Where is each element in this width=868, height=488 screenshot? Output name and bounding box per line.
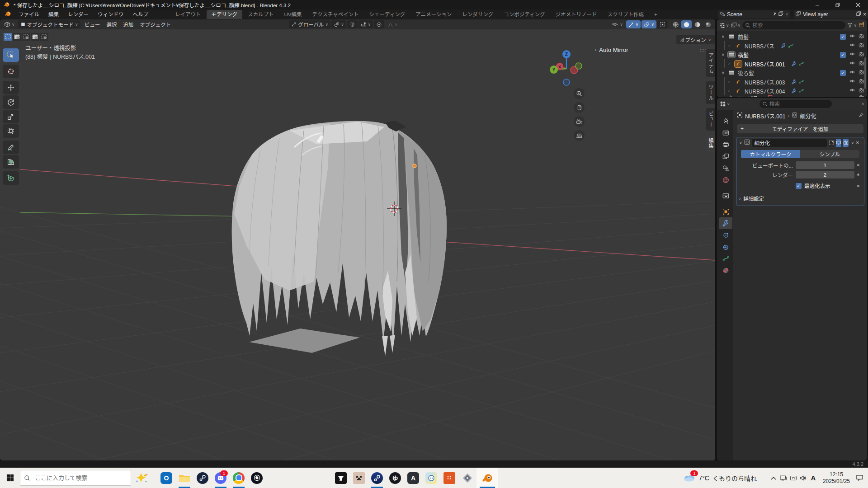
animate-dot-icon[interactable] [857, 185, 859, 187]
taskbar-app-shield[interactable] [458, 468, 476, 488]
disable-render-icon[interactable] [859, 88, 864, 94]
transform-orientation-dropdown[interactable]: グローバル ∨ [289, 20, 330, 28]
outliner-row[interactable]: › NURBSパス [717, 41, 867, 50]
properties-tab-tool[interactable] [719, 115, 732, 127]
modifier-panel-header[interactable]: ∨ ∨ × :::: [736, 137, 864, 148]
workspace-tab-ジオメトリノード[interactable]: ジオメトリノード [551, 10, 602, 19]
add-modifier-button[interactable]: + モディファイアーを追加 [737, 124, 863, 133]
proportional-falloff-dropdown[interactable]: ∨ [385, 20, 400, 28]
outliner-row-label[interactable]: NURBSパス.001 [745, 60, 785, 68]
select-mode-new[interactable] [4, 33, 12, 41]
outliner-filter-button[interactable]: ∨ [847, 23, 857, 28]
workspace-tab-+[interactable]: + [649, 10, 662, 19]
taskbar-app-orange-grid[interactable] [440, 468, 458, 488]
pin-icon[interactable] [772, 11, 777, 18]
tool-cursor-button[interactable] [3, 65, 19, 78]
modifier-name-input[interactable] [752, 139, 827, 147]
hide-eye-icon[interactable] [849, 33, 855, 40]
taskbar-app-blender[interactable] [476, 468, 498, 488]
zoom-icon[interactable] [574, 88, 585, 99]
auto-mirror-panel-header[interactable]: › Auto Mirror :::: [595, 47, 706, 53]
disclosure-triangle[interactable]: › [728, 80, 735, 84]
blender-menu-logo-icon[interactable] [5, 11, 11, 18]
outliner-row-label[interactable]: エンプティ [736, 95, 763, 97]
outliner-row[interactable]: › NURBSパス.001 [717, 59, 867, 68]
outliner-display-mode-button[interactable]: ∨ [731, 23, 741, 28]
outliner-row[interactable]: ∨ 後ろ髪 ✓ [717, 68, 867, 77]
taskbar-app-chrome[interactable] [230, 468, 248, 488]
disclosure-triangle[interactable]: › [728, 89, 735, 93]
tool-rotate-button[interactable] [3, 95, 19, 109]
disclosure-triangle[interactable]: › [722, 96, 728, 97]
simple-button[interactable]: シンプル [800, 150, 859, 158]
taskbar-app-explorer[interactable] [175, 468, 193, 488]
workspace-tab-スクリプト作成[interactable]: スクリプト作成 [603, 10, 649, 19]
sidebar-tab-アイテム[interactable]: アイテム [706, 49, 715, 77]
workspace-tab-モデリング[interactable]: モデリング [207, 10, 243, 19]
disable-render-icon[interactable] [859, 61, 864, 67]
modifier-editmode-toggle[interactable] [829, 139, 834, 147]
show-overlays-toggle[interactable]: ∨ [642, 20, 656, 28]
taskbar-clock[interactable]: 12:15 2025/01/25 [823, 471, 850, 485]
modifier-render-toggle[interactable] [843, 139, 849, 147]
menu-レンダー[interactable]: レンダー [63, 9, 93, 19]
properties-tab-material[interactable] [719, 264, 732, 276]
collection-checkbox[interactable]: ✓ [840, 34, 846, 40]
snap-with-dropdown[interactable]: ∨ [359, 20, 373, 28]
select-mode-extend[interactable] [13, 33, 21, 41]
properties-tab-scene[interactable] [719, 162, 732, 174]
viewlayer-selector[interactable]: ViewLayer × [794, 10, 868, 19]
workspace-tab-UV編集[interactable]: UV編集 [279, 10, 307, 19]
snap-toggle[interactable] [347, 20, 358, 28]
hide-eye-icon[interactable] [849, 42, 855, 49]
tool-box-select-button[interactable] [3, 48, 19, 62]
taskbar-app-minecraft[interactable] [350, 468, 368, 488]
hide-eye-icon[interactable] [849, 52, 855, 58]
hide-eye-icon[interactable] [849, 61, 855, 67]
disclosure-triangle[interactable]: ∨ [722, 34, 728, 39]
modifier-extras-dropdown[interactable]: ∨ [851, 141, 854, 145]
menu-編集[interactable]: 編集 [44, 9, 63, 19]
pin-icon[interactable] [859, 113, 863, 119]
properties-tab-physics[interactable] [719, 241, 732, 253]
perspective-toggle-icon[interactable] [574, 130, 585, 141]
disclosure-triangle[interactable]: ∨ [722, 52, 728, 57]
xray-toggle[interactable] [657, 20, 668, 28]
new-scene-icon[interactable] [778, 11, 783, 18]
outliner-row-label[interactable]: NURBSパス.004 [745, 87, 785, 95]
pan-hand-icon[interactable] [574, 102, 585, 113]
panel-grip-icon[interactable]: :::: [700, 48, 706, 52]
navigation-gizmo[interactable]: Z X Y [547, 47, 592, 92]
hide-eye-icon[interactable] [849, 88, 855, 94]
select-mode-subtract[interactable] [22, 33, 30, 41]
taskbar-search-input[interactable] [34, 474, 113, 482]
render-levels-field[interactable]: 2 [796, 171, 854, 178]
taskbar-app-yukkuri[interactable]: ゆ [386, 468, 404, 488]
tray-ime-mode[interactable]: A [808, 471, 818, 485]
properties-search-input[interactable] [760, 100, 832, 108]
collection-checkbox[interactable]: ✓ [840, 70, 846, 76]
properties-tab-world[interactable] [719, 174, 732, 186]
outliner-row[interactable]: › NURBSパス.004 [717, 86, 867, 95]
menu-ヘルプ[interactable]: ヘルプ [128, 9, 153, 19]
window-close-button[interactable] [848, 0, 868, 9]
modifier-realtime-toggle[interactable] [836, 139, 841, 147]
3d-viewport-canvas[interactable] [0, 19, 715, 460]
mode-dropdown[interactable]: オブジェクトモード ∨ [18, 20, 80, 28]
delete-scene-icon[interactable]: × [785, 11, 788, 18]
new-viewlayer-icon[interactable] [856, 11, 861, 18]
menu-ファイル[interactable]: ファイル [14, 9, 44, 19]
workspace-tab-コンポジティング[interactable]: コンポジティング [499, 10, 550, 19]
shading-wireframe-button[interactable] [670, 20, 681, 28]
options-dropdown[interactable]: オプション ∨ [676, 35, 715, 44]
breadcrumb-object[interactable]: NURBSパス.001 [745, 112, 785, 120]
disable-render-icon[interactable] [859, 33, 864, 40]
viewport-levels-field[interactable]: 1 [796, 161, 854, 169]
tool-annotate-button[interactable] [3, 141, 19, 154]
viewport-menu-追加[interactable]: 追加 [120, 21, 137, 28]
camera-view-icon[interactable] [574, 116, 585, 127]
tool-move-button[interactable] [3, 81, 19, 94]
workspace-tab-シェーディング[interactable]: シェーディング [364, 10, 410, 19]
remove-viewlayer-icon[interactable]: × [863, 11, 866, 18]
taskbar-app-voicevox[interactable] [422, 468, 440, 488]
